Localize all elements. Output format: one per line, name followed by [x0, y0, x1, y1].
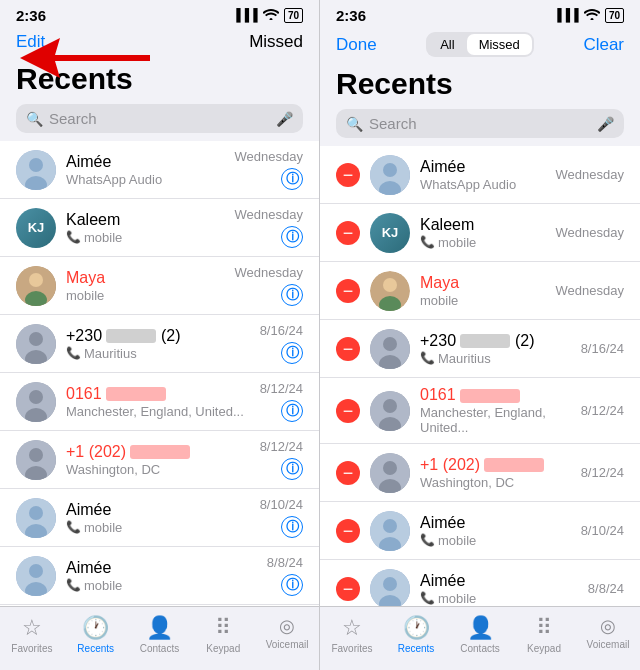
tab-recents-right[interactable]: 🕐 Recents — [384, 615, 448, 654]
contact-date: Wednesday — [556, 283, 624, 298]
avatar — [16, 324, 56, 364]
phone-icon: 📞 — [66, 578, 81, 592]
status-icons-left: ▐▐▐ 70 — [232, 8, 303, 23]
info-button[interactable]: ⓘ — [281, 400, 303, 422]
list-item[interactable]: +230 (2) 📞 Mauritius 8/16/24 ⓘ — [0, 315, 319, 373]
list-item[interactable]: Aimée WhatsApp Audio Wednesday ⓘ — [0, 141, 319, 199]
contact-info: Kaleem 📞 mobile — [66, 211, 227, 245]
contact-name: 0161 — [66, 385, 252, 403]
missed-tab-left[interactable]: Missed — [249, 32, 303, 52]
search-input-left[interactable]: Search — [49, 110, 270, 127]
list-item[interactable]: − 0161 Manchester, England, United... 8/… — [320, 378, 640, 444]
info-button[interactable]: ⓘ — [281, 284, 303, 306]
contact-sub: 📞 mobile — [66, 578, 259, 593]
recents-icon: 🕐 — [82, 615, 109, 641]
wifi-icon-right — [584, 8, 600, 23]
contact-right: Wednesday ⓘ — [235, 265, 303, 306]
list-item[interactable]: Aimée 📞 mobile 8/8/24 ⓘ — [0, 547, 319, 605]
delete-button[interactable]: − — [336, 279, 360, 303]
contact-info: Maya mobile — [66, 269, 227, 303]
tab-bar-left: ☆ Favorites 🕐 Recents 👤 Contacts ⠿ Keypa… — [0, 606, 319, 670]
search-bar-left[interactable]: 🔍 Search 🎤 — [16, 104, 303, 133]
tab-voicemail-left[interactable]: ◎ Voicemail — [255, 615, 319, 654]
list-item[interactable]: − Aimée 📞 mobile 8/8/24 — [320, 560, 640, 606]
avatar — [16, 382, 56, 422]
clear-button-right[interactable]: Clear — [583, 35, 624, 55]
arrow-overlay — [20, 38, 150, 82]
done-button-right[interactable]: Done — [336, 35, 377, 55]
search-bar-right[interactable]: 🔍 Search 🎤 — [336, 109, 624, 138]
list-item[interactable]: − KJ Kaleem 📞 mobile Wednesday — [320, 204, 640, 262]
delete-button[interactable]: − — [336, 399, 360, 423]
list-item[interactable]: +1 (202) Washington, DC 8/12/24 ⓘ — [0, 431, 319, 489]
list-item[interactable]: − +230 (2) 📞 Mauritius 8/16/24 — [320, 320, 640, 378]
all-tab-right[interactable]: All — [428, 34, 466, 55]
tab-contacts-left[interactable]: 👤 Contacts — [128, 615, 192, 654]
blurred-number — [484, 458, 544, 472]
contact-sub: Washington, DC — [420, 475, 573, 490]
tab-voicemail-right[interactable]: ◎ Voicemail — [576, 615, 640, 654]
delete-button[interactable]: − — [336, 337, 360, 361]
info-button[interactable]: ⓘ — [281, 168, 303, 190]
contact-info: +230 (2) 📞 Mauritius — [420, 332, 573, 366]
tab-keypad-right[interactable]: ⠿ Keypad — [512, 615, 576, 654]
list-item[interactable]: − Aimée 📞 mobile 8/10/24 — [320, 502, 640, 560]
list-item[interactable]: Maya mobile Wednesday ⓘ — [0, 257, 319, 315]
svg-point-8 — [29, 332, 43, 346]
contact-name: Aimée — [66, 501, 252, 519]
info-button[interactable]: ⓘ — [281, 458, 303, 480]
list-item[interactable]: − Maya mobile Wednesday — [320, 262, 640, 320]
tab-favorites-left[interactable]: ☆ Favorites — [0, 615, 64, 654]
contact-right: Wednesday — [556, 283, 624, 298]
favorites-icon: ☆ — [22, 615, 42, 641]
search-input-right[interactable]: Search — [369, 115, 591, 132]
info-button[interactable]: ⓘ — [281, 226, 303, 248]
contact-right: 8/12/24 ⓘ — [260, 439, 303, 480]
contact-sub: 📞 mobile — [420, 533, 573, 548]
missed-tab-right[interactable]: Missed — [467, 34, 532, 55]
info-button[interactable]: ⓘ — [281, 574, 303, 596]
phone-icon: 📞 — [66, 346, 81, 360]
contact-info: Aimée WhatsApp Audio — [420, 158, 548, 192]
contact-right: 8/8/24 — [588, 581, 624, 596]
phone-icon: 📞 — [420, 591, 435, 605]
list-item[interactable]: − +1 (202) Washington, DC 8/12/24 — [320, 444, 640, 502]
info-button[interactable]: ⓘ — [281, 516, 303, 538]
contact-name: Maya — [66, 269, 227, 287]
voicemail-icon: ◎ — [279, 615, 295, 637]
contact-right: 8/12/24 — [581, 403, 624, 418]
contact-name: +230 (2) — [420, 332, 573, 350]
favorites-icon: ☆ — [342, 615, 362, 641]
search-icon-left: 🔍 — [26, 111, 43, 127]
contact-sub: 📞 mobile — [66, 520, 252, 535]
tab-contacts-right[interactable]: 👤 Contacts — [448, 615, 512, 654]
contact-date: Wednesday — [556, 167, 624, 182]
contact-name: Kaleem — [66, 211, 227, 229]
contact-right: Wednesday — [556, 167, 624, 182]
list-item[interactable]: 0161 Manchester, England, United... 8/12… — [0, 373, 319, 431]
tab-favorites-right[interactable]: ☆ Favorites — [320, 615, 384, 654]
contact-sub: 📞 mobile — [66, 230, 227, 245]
contact-sub: WhatsApp Audio — [66, 172, 227, 187]
blurred-number — [106, 387, 166, 401]
list-item[interactable]: Aimée 📞 mobile 8/10/24 ⓘ — [0, 489, 319, 547]
avatar — [370, 329, 410, 369]
svg-point-2 — [29, 158, 43, 172]
list-item[interactable]: KJ Kaleem 📞 mobile Wednesday ⓘ — [0, 199, 319, 257]
info-button[interactable]: ⓘ — [281, 342, 303, 364]
tab-keypad-left[interactable]: ⠿ Keypad — [191, 615, 255, 654]
delete-button[interactable]: − — [336, 519, 360, 543]
contact-right: 8/10/24 ⓘ — [260, 497, 303, 538]
tab-label: Keypad — [206, 643, 240, 654]
tab-label: Voicemail — [587, 639, 630, 650]
contact-name: +1 (202) — [420, 456, 573, 474]
contact-sub: Washington, DC — [66, 462, 252, 477]
contact-sub: 📞 mobile — [420, 235, 548, 250]
tab-recents-left[interactable]: 🕐 Recents — [64, 615, 128, 654]
contact-name: Aimée — [420, 514, 573, 532]
delete-button[interactable]: − — [336, 221, 360, 245]
delete-button[interactable]: − — [336, 577, 360, 601]
list-item[interactable]: − Aimée WhatsApp Audio Wednesday — [320, 146, 640, 204]
delete-button[interactable]: − — [336, 461, 360, 485]
delete-button[interactable]: − — [336, 163, 360, 187]
